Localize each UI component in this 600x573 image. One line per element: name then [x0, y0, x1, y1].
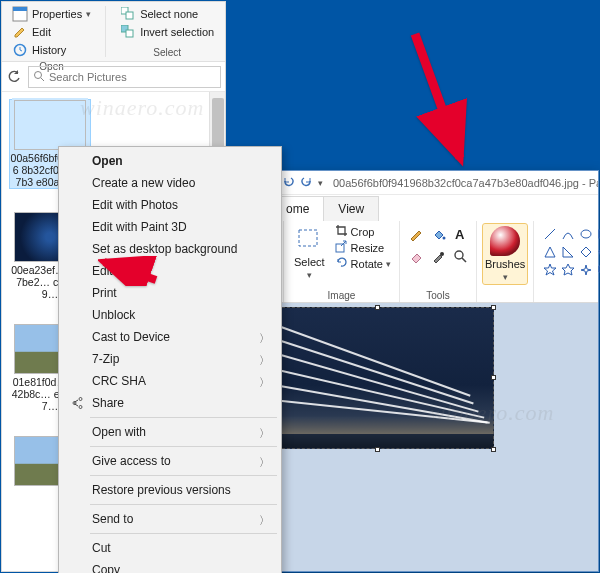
shape-line[interactable]: [542, 226, 558, 242]
submenu-arrow-icon: 〉: [259, 353, 270, 368]
shape-triangle[interactable]: [542, 244, 558, 260]
history-button[interactable]: History: [10, 41, 93, 59]
resize-handle[interactable]: [375, 447, 380, 452]
invert-selection-label: Invert selection: [140, 26, 214, 38]
pencil-tool[interactable]: [406, 224, 426, 244]
shape-diamond[interactable]: [578, 244, 594, 260]
submenu-arrow-icon: 〉: [259, 331, 270, 346]
brushes-button[interactable]: Brushes ▾: [483, 224, 527, 284]
select-none-button[interactable]: Select none: [118, 5, 216, 23]
svg-rect-12: [299, 230, 317, 246]
explorer-ribbon: Properties ▾ Edit History Open: [2, 2, 225, 62]
shape-right-triangle[interactable]: [560, 244, 576, 260]
ctx-cut[interactable]: Cut: [62, 537, 278, 559]
invert-selection-button[interactable]: Invert selection: [118, 23, 216, 41]
paint-tabstrip: ome View: [258, 195, 598, 221]
shape-star2[interactable]: [560, 262, 576, 278]
ctx-label: Edit with Photos: [92, 198, 178, 212]
search-input[interactable]: Search Pictures: [28, 66, 221, 88]
ctx-edit-photos[interactable]: Edit with Photos: [62, 194, 278, 216]
redo-icon[interactable]: [300, 175, 313, 190]
svg-point-17: [455, 251, 463, 259]
svg-marker-26: [581, 247, 591, 257]
properties-button[interactable]: Properties ▾: [10, 5, 93, 23]
ctx-unblock[interactable]: Unblock: [62, 304, 278, 326]
shape-star[interactable]: [542, 262, 558, 278]
annotation-arrow-paint: [405, 28, 475, 171]
shape-star3[interactable]: [578, 262, 594, 278]
ctx-set-background[interactable]: Set as desktop background: [62, 238, 278, 260]
qat-chevron-icon[interactable]: ▾: [318, 178, 323, 188]
resize-handle[interactable]: [491, 305, 496, 310]
ctx-separator: [90, 417, 277, 418]
select-button[interactable]: Select ▾: [290, 224, 329, 282]
ctx-print[interactable]: Print: [62, 282, 278, 304]
resize-handle[interactable]: [491, 447, 496, 452]
eraser-tool[interactable]: [406, 246, 426, 266]
tab-view[interactable]: View: [323, 196, 379, 221]
ctx-open[interactable]: Open: [62, 150, 278, 172]
resize-handle[interactable]: [491, 375, 496, 380]
ctx-restore-previous[interactable]: Restore previous versions: [62, 479, 278, 501]
ctx-label: Edit with Paint 3D: [92, 220, 187, 234]
select-group-label: Select: [153, 47, 181, 58]
paint-canvas-area[interactable]: [258, 303, 598, 571]
share-icon: [68, 395, 84, 411]
ctx-create-video[interactable]: Create a new video: [62, 172, 278, 194]
svg-line-8: [41, 78, 44, 81]
annotation-arrow-edit: [98, 256, 160, 289]
history-icon: [12, 42, 28, 58]
select-none-icon: [120, 6, 136, 22]
ctx-give-access[interactable]: Give access to〉: [62, 450, 278, 472]
undo-icon[interactable]: [282, 175, 295, 190]
chevron-down-icon: ▾: [386, 259, 391, 269]
resize-button[interactable]: Resize: [333, 240, 393, 255]
tab-view-label: View: [338, 202, 364, 216]
brush-icon: [490, 226, 520, 256]
ctx-send-to[interactable]: Send to〉: [62, 508, 278, 530]
ctx-label: Create a new video: [92, 176, 195, 190]
ctx-7zip[interactable]: 7-Zip〉: [62, 348, 278, 370]
thumbnail-image: [14, 100, 86, 150]
ctx-edit-paint3d[interactable]: Edit with Paint 3D: [62, 216, 278, 238]
ctx-share[interactable]: Share: [62, 392, 278, 414]
fill-tool[interactable]: [428, 224, 448, 244]
svg-rect-13: [336, 244, 344, 252]
svg-point-14: [442, 236, 445, 239]
ctx-crc-sha[interactable]: CRC SHA〉: [62, 370, 278, 392]
ctx-label: CRC SHA: [92, 374, 146, 388]
rotate-label: Rotate: [351, 258, 383, 270]
ctx-open-with[interactable]: Open with〉: [62, 421, 278, 443]
search-placeholder: Search Pictures: [49, 71, 127, 83]
ctx-separator: [90, 446, 277, 447]
paint-ribbon: ut opy Select ▾ Crop: [258, 221, 598, 303]
edit-button[interactable]: Edit: [10, 23, 93, 41]
shape-oval[interactable]: [578, 226, 594, 242]
ctx-cast[interactable]: Cast to Device〉: [62, 326, 278, 348]
crop-button[interactable]: Crop: [333, 224, 393, 239]
shape-pentagon[interactable]: [596, 244, 600, 260]
shape-rect[interactable]: [596, 226, 600, 242]
color-picker-tool[interactable]: [428, 246, 448, 266]
shape-callout[interactable]: [596, 262, 600, 278]
shapes-gallery[interactable]: [540, 224, 600, 280]
magnifier-tool[interactable]: [450, 246, 470, 266]
submenu-arrow-icon: 〉: [259, 426, 270, 441]
ctx-separator: [90, 475, 277, 476]
ctx-label: Unblock: [92, 308, 135, 322]
edit-label: Edit: [32, 26, 51, 38]
ctx-copy[interactable]: Copy: [62, 559, 278, 573]
paint-titlebar[interactable]: ▾ 00a56f6bf0f941968b32cf0ca7a47b3e80adf0…: [258, 171, 598, 195]
resize-handle[interactable]: [375, 305, 380, 310]
ctx-edit[interactable]: Edit: [62, 260, 278, 282]
svg-point-7: [35, 71, 42, 78]
tab-home-label: ome: [286, 202, 309, 216]
ctx-label: Restore previous versions: [92, 483, 231, 497]
text-tool[interactable]: A: [450, 224, 470, 244]
rotate-button[interactable]: Rotate ▾: [333, 256, 393, 271]
ribbon-group-select: Select none Invert selection Select: [114, 4, 220, 59]
refresh-icon[interactable]: [6, 69, 22, 85]
shape-curve[interactable]: [560, 226, 576, 242]
canvas-image[interactable]: [262, 307, 494, 449]
select-none-label: Select none: [140, 8, 198, 20]
